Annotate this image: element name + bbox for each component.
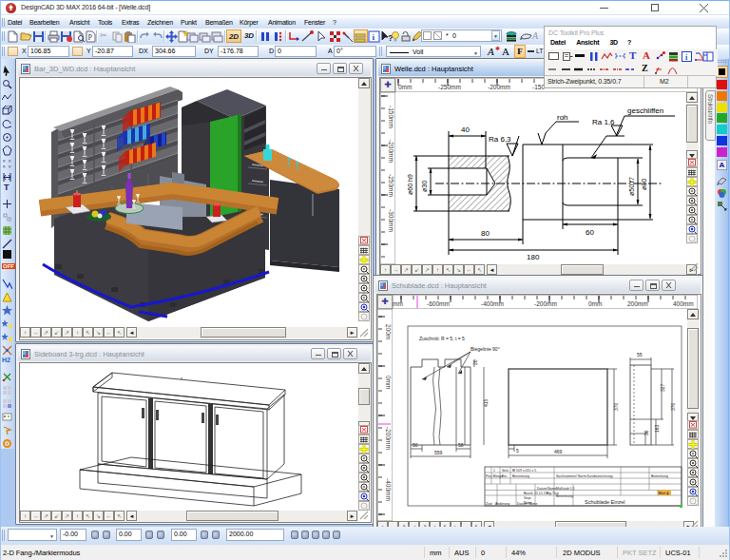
svg-text:469: 469	[554, 449, 563, 454]
svg-text:200m: 200m	[385, 324, 392, 339]
svg-text:36: 36	[644, 430, 649, 435]
svg-text:Schublade Einzel: Schublade Einzel	[585, 499, 625, 505]
svg-text:0mm: 0mm	[398, 84, 412, 90]
svg-text:-250mm: -250mm	[438, 84, 461, 90]
svg-text:-150mm: -150mm	[388, 106, 394, 128]
svg-text:Biegelinie 90°: Biegelinie 90°	[471, 346, 500, 352]
svg-text:Ra 6,3: Ra 6,3	[489, 135, 511, 144]
svg-text:ø50 f7: ø50 f7	[628, 177, 635, 196]
svg-text:Benennung: Benennung	[512, 474, 529, 478]
svg-text:roh: roh	[557, 113, 568, 122]
svg-text:50: 50	[413, 442, 418, 448]
svg-text:-200mm: -200mm	[385, 427, 392, 450]
svg-text:55: 55	[637, 352, 643, 357]
svg-text:Sachnummer/ Norm-Kurzbezeichnu: Sachnummer/ Norm-Kurzbezeichnung	[556, 474, 613, 478]
svg-text:1: 1	[493, 469, 495, 473]
svg-text:-250mm: -250mm	[388, 174, 394, 197]
svg-text:Name: Name	[528, 502, 537, 506]
svg-text:-600mm: -600mm	[427, 300, 450, 307]
svg-text:geschliffen: geschliffen	[627, 106, 663, 115]
svg-text:Benennung: Benennung	[556, 494, 573, 498]
svg-text:Bearb.: Bearb.	[524, 492, 533, 495]
svg-text:Ein-: Ein-	[502, 474, 509, 478]
svg-text:40: 40	[461, 126, 470, 134]
svg-text:-200mm: -200mm	[488, 84, 510, 90]
svg-text:Datum: Datum	[537, 487, 547, 491]
svg-text:5: 5	[516, 448, 519, 454]
svg-text:ø80: ø80	[641, 179, 647, 190]
svg-text:180: 180	[527, 253, 540, 261]
svg-text:327: 327	[660, 383, 665, 392]
svg-text:163: 163	[654, 424, 660, 433]
svg-text:58: 58	[458, 442, 464, 448]
svg-text:Zuschnitt: R = 5, t = 5: Zuschnitt: R = 5, t = 5	[419, 336, 465, 341]
svg-text:Zust: Zust	[486, 502, 492, 506]
svg-text:-200mm: -200mm	[534, 300, 557, 307]
svg-text:Stck.: Stck.	[502, 469, 509, 473]
svg-text:-200mm: -200mm	[388, 140, 394, 163]
svg-text:-400mm: -400mm	[385, 478, 392, 501]
svg-text:60: 60	[586, 228, 594, 237]
svg-text:Gepr.: Gepr.	[524, 496, 532, 500]
svg-text:80: 80	[481, 229, 490, 238]
svg-text:0mm: 0mm	[588, 300, 602, 307]
svg-text:ø30: ø30	[421, 181, 428, 192]
svg-text:Maßstab 1:5: Maßstab 1:5	[556, 487, 575, 491]
svg-text:400mm: 400mm	[673, 300, 694, 307]
svg-text:Pos.: Pos.	[486, 474, 492, 478]
svg-text:ø60 h9: ø60 h9	[407, 174, 413, 195]
svg-text:mm: mm	[393, 300, 403, 307]
svg-text:559: 559	[434, 450, 443, 455]
svg-text:P: P	[88, 33, 93, 42]
svg-text:0mm: 0mm	[385, 376, 392, 389]
svg-text:Blatt: Blatt	[659, 492, 665, 495]
svg-text:370: 370	[670, 402, 676, 411]
svg-text:20: 20	[472, 359, 478, 365]
svg-text:Änderung: Änderung	[495, 502, 509, 506]
svg-text:200mm: 200mm	[627, 300, 648, 307]
svg-text:-300mm: -300mm	[388, 209, 394, 232]
svg-text:Name: Name	[548, 487, 556, 491]
svg-text:Bemerkung: Bemerkung	[651, 474, 668, 478]
svg-text:-400mm: -400mm	[481, 300, 504, 307]
svg-text:15.12.15: 15.12.15	[534, 492, 548, 495]
svg-text:Bl 559 x 415 x 5: Bl 559 x 415 x 5	[512, 469, 536, 473]
svg-text:Datum: Datum	[517, 502, 527, 506]
